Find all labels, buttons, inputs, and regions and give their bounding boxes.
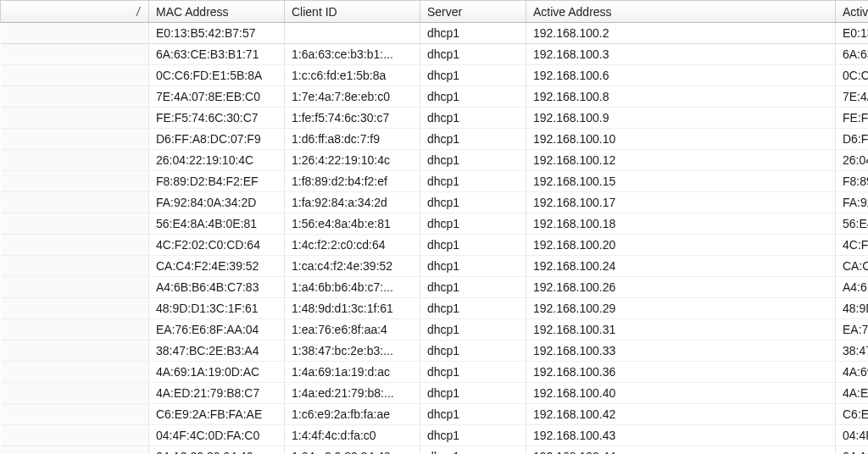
mac-cell: A4:6B:B6:4B:C7:83 <box>149 277 285 298</box>
active-mac-cell: C6:E9 <box>836 404 869 425</box>
active-address-cell: 192.168.100.40 <box>526 383 836 404</box>
table-row[interactable]: CA:C4:F2:4E:39:521:ca:c4:f2:4e:39:52dhcp… <box>1 256 869 277</box>
mac-cell: 04:4F:4C:0D:FA:C0 <box>149 425 285 446</box>
mac-cell: 26:04:22:19:10:4C <box>149 150 285 171</box>
table-row[interactable]: 56:E4:8A:4B:0E:811:56:e4:8a:4b:e:81dhcp1… <box>1 213 869 235</box>
active-mac-cell: D6:FF <box>836 129 869 150</box>
client-id-cell: 1:26:4:22:19:10:4c <box>285 150 420 171</box>
client-id-cell: 1:4a:ed:21:79:b8:... <box>285 383 420 404</box>
table-row[interactable]: 0C:C6:FD:E1:5B:8A1:c:c6:fd:e1:5b:8adhcp1… <box>1 65 869 86</box>
client-id-cell: 1:7e:4a:7:8e:eb:c0 <box>285 86 420 108</box>
table-row[interactable]: F8:89:D2:B4:F2:EF1:f8:89:d2:b4:f2:efdhcp… <box>1 171 869 192</box>
client-id-cell: 1:a4:6b:b6:4b:c7:... <box>285 277 420 298</box>
client-id-cell: 1:64:a2:0:80:94:40 <box>285 446 420 455</box>
client-id-cell: 1:4a:69:1a:19:d:ac <box>285 362 420 383</box>
table-row[interactable]: 38:47:BC:2E:B3:A41:38:47:bc:2e:b3:...dhc… <box>1 340 869 362</box>
active-mac-cell: 64:A2 <box>836 446 869 455</box>
row-index-cell <box>1 298 149 319</box>
table-row[interactable]: C6:E9:2A:FB:FA:AE1:c6:e9:2a:fb:fa:aedhcp… <box>1 404 869 425</box>
active-address-cell: 192.168.100.3 <box>526 44 836 65</box>
row-index-cell <box>1 86 149 108</box>
active-address-cell: 192.168.100.26 <box>526 277 836 298</box>
table-row[interactable]: 7E:4A:07:8E:EB:C01:7e:4a:7:8e:eb:c0dhcp1… <box>1 86 869 108</box>
active-address-cell: 192.168.100.8 <box>526 86 836 108</box>
server-cell: dhcp1 <box>420 298 526 319</box>
active-mac-cell: 4A:ED <box>836 383 869 404</box>
active-address-cell: 192.168.100.10 <box>526 129 836 150</box>
active-address-cell: 192.168.100.9 <box>526 108 836 129</box>
mac-cell: E0:13:B5:42:B7:57 <box>149 23 285 44</box>
active-mac-cell: FA:92 <box>836 192 869 213</box>
server-cell: dhcp1 <box>420 340 526 362</box>
table-row[interactable]: E0:13:B5:42:B7:57dhcp1192.168.100.2E0:13 <box>1 23 869 44</box>
server-cell: dhcp1 <box>420 256 526 277</box>
table-row[interactable]: 4C:F2:02:C0:CD:641:4c:f2:2:c0:cd:64dhcp1… <box>1 235 869 256</box>
active-mac-cell: 0C:C6 <box>836 65 869 86</box>
table-row[interactable]: FE:F5:74:6C:30:C71:fe:f5:74:6c:30:c7dhcp… <box>1 108 869 129</box>
row-index-cell <box>1 192 149 213</box>
row-index-cell <box>1 362 149 383</box>
table-row[interactable]: D6:FF:A8:DC:07:F91:d6:ff:a8:dc:7:f9dhcp1… <box>1 129 869 150</box>
server-cell: dhcp1 <box>420 319 526 340</box>
active-address-cell: 192.168.100.6 <box>526 65 836 86</box>
col-active-address[interactable]: Active Address <box>526 1 836 23</box>
row-index-cell <box>1 383 149 404</box>
active-address-cell: 192.168.100.29 <box>526 298 836 319</box>
server-cell: dhcp1 <box>420 192 526 213</box>
row-index-cell <box>1 23 149 44</box>
table-row[interactable]: 6A:63:CE:B3:B1:711:6a:63:ce:b3:b1:...dhc… <box>1 44 869 65</box>
mac-cell: 6A:63:CE:B3:B1:71 <box>149 44 285 65</box>
client-id-cell: 1:d6:ff:a8:dc:7:f9 <box>285 129 420 150</box>
table-row[interactable]: 48:9D:D1:3C:1F:611:48:9d:d1:3c:1f:61dhcp… <box>1 298 869 319</box>
table-row[interactable]: 4A:ED:21:79:B8:C71:4a:ed:21:79:b8:...dhc… <box>1 383 869 404</box>
server-cell: dhcp1 <box>420 129 526 150</box>
mac-cell: F8:89:D2:B4:F2:EF <box>149 171 285 192</box>
active-address-cell: 192.168.100.43 <box>526 425 836 446</box>
table-row[interactable]: 64:A2:00:80:94:401:64:a2:0:80:94:40dhcp1… <box>1 446 869 455</box>
active-mac-cell: 04:4F <box>836 425 869 446</box>
dhcp-leases-grid[interactable]: / MAC Address Client ID Server Active Ad… <box>0 0 868 454</box>
col-mac-address[interactable]: MAC Address <box>149 1 285 23</box>
table-row[interactable]: FA:92:84:0A:34:2D1:fa:92:84:a:34:2ddhcp1… <box>1 192 869 213</box>
active-address-cell: 192.168.100.31 <box>526 319 836 340</box>
client-id-cell: 1:c:c6:fd:e1:5b:8a <box>285 65 420 86</box>
col-active-mac[interactable]: Active <box>836 1 869 23</box>
server-cell: dhcp1 <box>420 108 526 129</box>
mac-cell: 4A:69:1A:19:0D:AC <box>149 362 285 383</box>
active-address-cell: 192.168.100.15 <box>526 171 836 192</box>
active-mac-cell: 38:47 <box>836 340 869 362</box>
row-index-cell <box>1 277 149 298</box>
mac-cell: 0C:C6:FD:E1:5B:8A <box>149 65 285 86</box>
row-index-cell <box>1 108 149 129</box>
row-index-cell <box>1 213 149 235</box>
active-mac-cell: FE:F5 <box>836 108 869 129</box>
server-cell: dhcp1 <box>420 86 526 108</box>
active-address-cell: 192.168.100.44 <box>526 446 836 455</box>
table-row[interactable]: 26:04:22:19:10:4C1:26:4:22:19:10:4cdhcp1… <box>1 150 869 171</box>
row-index-cell <box>1 404 149 425</box>
table-row[interactable]: EA:76:E6:8F:AA:041:ea:76:e6:8f:aa:4dhcp1… <box>1 319 869 340</box>
client-id-cell: 1:4c:f2:2:c0:cd:64 <box>285 235 420 256</box>
active-mac-cell: 48:9D <box>836 298 869 319</box>
table-row[interactable]: 4A:69:1A:19:0D:AC1:4a:69:1a:19:d:acdhcp1… <box>1 362 869 383</box>
active-mac-cell: EA:76 <box>836 319 869 340</box>
server-cell: dhcp1 <box>420 213 526 235</box>
table-row[interactable]: A4:6B:B6:4B:C7:831:a4:6b:b6:4b:c7:...dhc… <box>1 277 869 298</box>
mac-cell: 56:E4:8A:4B:0E:81 <box>149 213 285 235</box>
server-cell: dhcp1 <box>420 44 526 65</box>
col-server[interactable]: Server <box>420 1 526 23</box>
server-cell: dhcp1 <box>420 425 526 446</box>
client-id-cell: 1:fa:92:84:a:34:2d <box>285 192 420 213</box>
active-mac-cell: 6A:63 <box>836 44 869 65</box>
col-index[interactable]: / <box>1 1 149 23</box>
server-cell: dhcp1 <box>420 171 526 192</box>
client-id-cell: 1:c6:e9:2a:fb:fa:ae <box>285 404 420 425</box>
col-client-id[interactable]: Client ID <box>285 1 420 23</box>
client-id-cell: 1:ca:c4:f2:4e:39:52 <box>285 256 420 277</box>
mac-cell: 38:47:BC:2E:B3:A4 <box>149 340 285 362</box>
leases-table: / MAC Address Client ID Server Active Ad… <box>0 0 868 454</box>
client-id-cell: 1:6a:63:ce:b3:b1:... <box>285 44 420 65</box>
mac-cell: C6:E9:2A:FB:FA:AE <box>149 404 285 425</box>
server-cell: dhcp1 <box>420 150 526 171</box>
table-row[interactable]: 04:4F:4C:0D:FA:C01:4:4f:4c:d:fa:c0dhcp11… <box>1 425 869 446</box>
